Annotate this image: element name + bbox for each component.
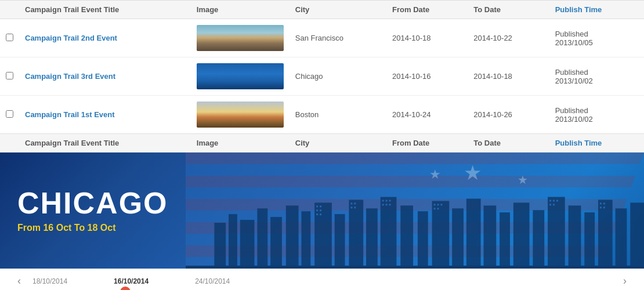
timeline-date-2: 16/10/2014	[114, 277, 149, 285]
svg-rect-3	[257, 208, 267, 269]
svg-rect-35	[350, 206, 352, 208]
event-thumbnail	[197, 102, 284, 128]
banner-date-range: From 16 Oct To 18 Oct	[17, 223, 168, 233]
footer-city: City	[290, 134, 386, 153]
event-image-cell	[191, 19, 290, 57]
select-all-header	[0, 1, 19, 19]
footer-from-date: From Date	[386, 134, 468, 153]
events-table: Campaign Trail Event Title Image City Fr…	[0, 0, 644, 153]
svg-rect-56	[603, 206, 605, 208]
timeline-prev-arrow[interactable]: ‹	[12, 275, 27, 287]
row-checkbox-cell	[0, 57, 19, 96]
event-publish-cell: Published 2013/10/02	[549, 96, 644, 134]
col-header-title: Campaign Trail Event Title	[19, 1, 191, 19]
svg-rect-19	[513, 202, 530, 269]
publish-status: Published	[555, 68, 588, 77]
event-from-date-cell: 2014-10-16	[386, 57, 468, 96]
svg-rect-8	[335, 214, 345, 269]
row-checkbox[interactable]	[6, 34, 13, 41]
svg-rect-50	[556, 200, 558, 202]
svg-rect-33	[350, 202, 352, 204]
event-to-date-cell: 2014-10-18	[468, 57, 549, 96]
event-image-cell	[191, 57, 290, 96]
svg-rect-34	[354, 202, 356, 204]
svg-rect-9	[349, 200, 363, 269]
svg-rect-25	[616, 208, 627, 269]
row-checkbox-cell	[0, 19, 19, 57]
svg-rect-24	[598, 200, 613, 269]
svg-rect-11	[381, 197, 397, 269]
publish-date: 2013/10/05	[555, 38, 593, 47]
svg-rect-22	[569, 205, 581, 269]
publish-date: 2013/10/02	[555, 77, 593, 85]
event-title-link[interactable]: Campaign Trail 1st Event	[25, 110, 115, 119]
svg-rect-32	[320, 213, 321, 215]
event-title-cell: Campaign Trail 2nd Event	[19, 19, 191, 57]
svg-rect-6	[301, 211, 310, 269]
event-thumbnail	[197, 63, 284, 89]
publish-date: 2013/10/02	[555, 115, 593, 124]
timeline-nav: ‹ 18/10/2014 16/10/2014 24/10/2014 ›	[12, 275, 632, 287]
svg-rect-31	[316, 213, 318, 215]
timeline-dates: 18/10/2014 16/10/2014 24/10/2014	[27, 277, 617, 285]
publish-status: Published	[555, 106, 588, 115]
footer-to-date: To Date	[468, 134, 549, 153]
svg-rect-43	[434, 204, 436, 205]
svg-rect-17	[484, 205, 497, 269]
row-checkbox-cell	[0, 96, 19, 134]
event-publish-cell: Published 2013/10/05	[549, 19, 644, 57]
svg-rect-18	[500, 212, 510, 269]
svg-rect-4	[270, 217, 282, 269]
svg-rect-1	[229, 214, 237, 269]
event-image-cell	[191, 96, 290, 134]
publish-status: Published	[555, 30, 588, 38]
row-checkbox[interactable]	[6, 72, 13, 79]
svg-rect-29	[316, 209, 318, 211]
svg-rect-12	[400, 205, 413, 269]
svg-rect-14	[432, 201, 450, 269]
svg-rect-57	[186, 266, 644, 269]
event-from-date-cell: 2014-10-24	[386, 96, 468, 134]
col-header-to-date: To Date	[468, 1, 549, 19]
svg-rect-15	[452, 208, 464, 269]
footer-checkbox-cell	[0, 134, 19, 153]
svg-rect-0	[214, 223, 226, 269]
svg-rect-26	[630, 202, 644, 269]
svg-rect-46	[434, 208, 436, 209]
svg-rect-44	[437, 204, 439, 205]
event-to-date-cell: 2014-10-22	[468, 19, 549, 57]
event-title-cell: Campaign Trail 3rd Event	[19, 57, 191, 96]
table-row: Campaign Trail 2nd Event San Francisco 2…	[0, 19, 644, 57]
event-title-link[interactable]: Campaign Trail 3rd Event	[25, 72, 115, 81]
svg-rect-36	[354, 206, 356, 208]
svg-rect-28	[320, 205, 321, 207]
footer-image: Image	[191, 134, 290, 153]
timeline-next-arrow[interactable]: ›	[617, 275, 632, 287]
svg-rect-54	[603, 202, 605, 204]
svg-rect-45	[440, 204, 442, 205]
svg-rect-51	[549, 204, 551, 205]
svg-rect-23	[584, 212, 595, 269]
event-city-cell: Chicago	[290, 57, 386, 96]
row-checkbox[interactable]	[6, 110, 13, 118]
col-header-city: City	[290, 1, 386, 19]
svg-rect-41	[386, 204, 388, 205]
svg-rect-47	[437, 208, 439, 209]
svg-rect-10	[366, 208, 378, 269]
timeline-section: ‹ 18/10/2014 16/10/2014 24/10/2014 ›	[0, 269, 644, 290]
svg-rect-30	[320, 209, 321, 211]
col-header-from-date: From Date	[386, 1, 468, 19]
timeline-date-3: 24/10/2014	[195, 277, 230, 285]
event-title-link[interactable]: Campaign Trail 2nd Event	[25, 34, 117, 42]
banner-city-name: CHICAGO	[17, 188, 168, 218]
event-publish-cell: Published 2013/10/02	[549, 57, 644, 96]
svg-rect-5	[286, 205, 299, 269]
banner-right-panel: ★ ★ ★	[186, 153, 644, 269]
event-from-date-cell: 2014-10-18	[386, 19, 468, 57]
svg-rect-39	[389, 200, 391, 202]
event-banner: CHICAGO From 16 Oct To 18 Oct ★ ★ ★	[0, 153, 644, 269]
col-header-publish-time: Publish Time	[549, 1, 644, 19]
svg-rect-21	[548, 197, 565, 269]
svg-rect-55	[600, 206, 602, 208]
svg-rect-13	[418, 211, 428, 269]
